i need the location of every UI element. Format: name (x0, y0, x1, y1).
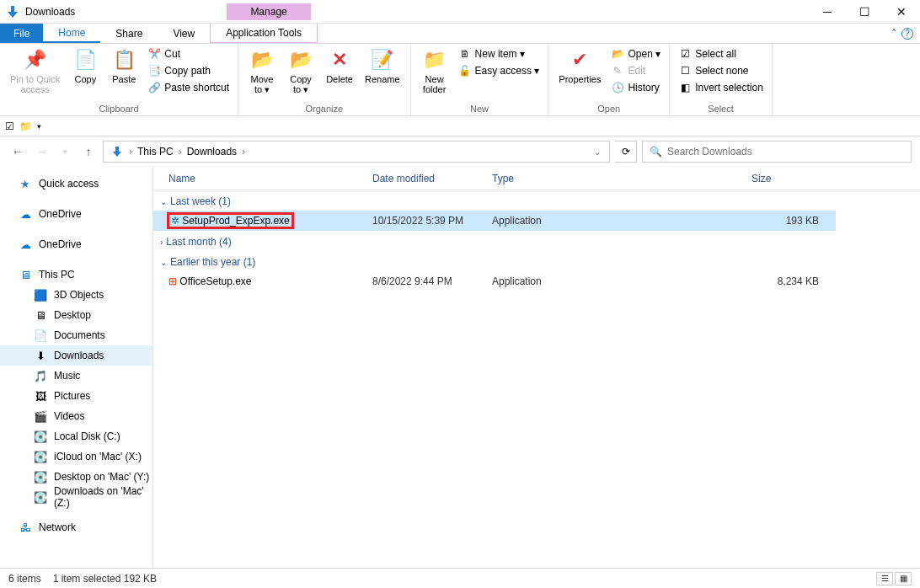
copy-to-button[interactable]: 📂Copy to ▾ (282, 45, 319, 96)
chevron-icon: ⌄ (160, 197, 167, 206)
file-type: Application (492, 275, 752, 287)
crumb-downloads[interactable]: Downloads (184, 146, 240, 158)
star-icon: ★ (19, 177, 32, 190)
nav-item[interactable]: 🟦3D Objects (0, 285, 152, 305)
group-header[interactable]: ›Last month (4) (153, 231, 836, 251)
nav-network[interactable]: 🖧Network (0, 517, 152, 537)
tab-view[interactable]: View (158, 24, 210, 43)
qat-properties-icon[interactable]: ☑ (5, 120, 14, 132)
nav-item[interactable]: 💽Downloads on 'Mac' (Z:) (0, 487, 152, 507)
paste-shortcut-icon: 🔗 (147, 81, 161, 94)
address-bar: ← → ▾ ↑ › This PC › Downloads › ⌄ ⟳ 🔍 (0, 136, 920, 167)
pin-quick-access-button[interactable]: 📌 Pin to Quick access (5, 45, 65, 96)
tab-application-tools[interactable]: Application Tools (210, 24, 318, 43)
paste-shortcut-button[interactable]: 🔗Paste shortcut (144, 79, 233, 96)
nav-onedrive[interactable]: ☁OneDrive (0, 234, 152, 254)
refresh-button[interactable]: ⟳ (615, 141, 637, 163)
cut-icon: ✂️ (147, 47, 161, 61)
file-row[interactable]: ✲ SetupProd_ExpExp.exe10/15/2022 5:39 PM… (153, 211, 836, 231)
file-name: ✲ SetupProd_ExpExp.exe (168, 214, 372, 227)
view-thumbnails-button[interactable]: ▦ (895, 572, 912, 585)
crumb-this-pc[interactable]: This PC (134, 146, 177, 158)
tab-file[interactable]: File (0, 24, 43, 43)
nav-onedrive[interactable]: ☁OneDrive (0, 204, 152, 224)
search-input[interactable]: 🔍 (642, 141, 912, 163)
maximize-button[interactable]: ☐ (846, 0, 883, 24)
file-size: 193 KB (752, 215, 836, 227)
nav-item[interactable]: 📄Documents (0, 325, 152, 345)
view-details-button[interactable]: ☰ (876, 572, 893, 585)
group-label-clipboard: Clipboard (5, 102, 233, 115)
invert-selection-button[interactable]: ◧Invert selection (675, 79, 767, 96)
select-all-button[interactable]: ☑Select all (675, 45, 767, 62)
file-row[interactable]: ⊞ OfficeSetup.exe8/6/2022 9:44 PMApplica… (153, 271, 836, 291)
status-item-count: 6 items (8, 573, 41, 585)
col-header-type[interactable]: Type (492, 173, 752, 184)
nav-item[interactable]: ⬇Downloads (0, 345, 152, 366)
tab-home[interactable]: Home (43, 24, 100, 43)
forward-button[interactable]: → (32, 145, 51, 158)
delete-button[interactable]: ✕Delete (321, 45, 358, 86)
new-folder-button[interactable]: 📁New folder (416, 45, 453, 96)
close-button[interactable]: ✕ (883, 0, 920, 24)
move-to-icon: 📂 (249, 47, 275, 72)
navigation-pane: ★Quick access ☁OneDrive ☁OneDrive 🖥This … (0, 167, 153, 568)
rename-button[interactable]: 📝Rename (360, 45, 405, 86)
nav-item[interactable]: 🖥Desktop (0, 305, 152, 325)
nav-item[interactable]: 💽Desktop on 'Mac' (Y:) (0, 467, 152, 487)
file-name: ⊞ OfficeSetup.exe (168, 275, 372, 287)
history-button[interactable]: 🕓History (607, 79, 664, 96)
col-header-name[interactable]: Name (168, 173, 372, 184)
qat-folder-icon[interactable]: 📁 (19, 120, 32, 132)
tab-share[interactable]: Share (100, 24, 158, 43)
folder-icon: 🟦 (34, 288, 47, 302)
move-to-button[interactable]: 📂Move to ▾ (243, 45, 281, 96)
minimize-button[interactable]: ─ (809, 0, 846, 24)
back-button[interactable]: ← (8, 145, 27, 158)
delete-icon: ✕ (327, 47, 352, 72)
crumb-separator-icon[interactable]: › (127, 146, 134, 158)
status-bar: 6 items 1 item selected 192 KB ☰ ▦ (0, 568, 920, 588)
new-item-button[interactable]: 🗎New item ▾ (455, 45, 543, 62)
nav-item[interactable]: 💽Local Disk (C:) (0, 426, 152, 446)
easy-access-button[interactable]: 🔓Easy access ▾ (455, 62, 543, 79)
col-header-size[interactable]: Size (752, 173, 920, 184)
group-header[interactable]: ⌄Last week (1) (153, 190, 836, 211)
col-header-date[interactable]: Date modified (372, 173, 492, 184)
copy-button[interactable]: 📄 Copy (67, 45, 104, 86)
crumb-separator-icon[interactable]: › (240, 146, 247, 158)
nav-item[interactable]: 🎵Music (0, 366, 152, 386)
contextual-tab-manage[interactable]: Manage (227, 3, 310, 20)
nav-quick-access[interactable]: ★Quick access (0, 174, 152, 194)
recent-dropdown-icon[interactable]: ▾ (56, 147, 74, 156)
chevron-icon: › (160, 238, 163, 247)
collapse-ribbon-icon[interactable]: ˄ (891, 28, 896, 40)
help-icon[interactable]: ? (901, 28, 913, 40)
select-none-button[interactable]: ☐Select none (675, 62, 767, 79)
column-headers: Name Date modified Type Size (153, 167, 920, 190)
folder-icon: 🎵 (34, 369, 47, 382)
search-field[interactable] (667, 146, 904, 158)
search-icon: 🔍 (650, 146, 662, 158)
up-button[interactable]: ↑ (79, 145, 98, 158)
nav-item[interactable]: 💽iCloud on 'Mac' (X:) (0, 446, 152, 467)
cloud-icon: ☁ (19, 207, 32, 221)
group-header[interactable]: ⌄Earlier this year (1) (153, 251, 836, 271)
properties-button[interactable]: ✔Properties (554, 45, 606, 86)
copy-path-button[interactable]: 📑Copy path (144, 62, 233, 79)
paste-button[interactable]: 📋 Paste (105, 45, 142, 86)
address-dropdown-icon[interactable]: ⌄ (594, 147, 606, 157)
crumb-separator-icon[interactable]: › (177, 146, 184, 158)
folder-icon: 🖥 (34, 308, 47, 322)
nav-this-pc[interactable]: 🖥This PC (0, 265, 152, 285)
easy-access-icon: 🔓 (458, 64, 472, 78)
cut-button[interactable]: ✂️Cut (144, 45, 233, 62)
file-type: Application (492, 215, 752, 227)
open-button[interactable]: 📂Open ▾ (607, 45, 664, 62)
nav-item[interactable]: 🖼Pictures (0, 386, 152, 406)
qat-dropdown-icon[interactable]: ▾ (37, 122, 41, 131)
nav-item[interactable]: 🎬Videos (0, 406, 152, 426)
new-item-icon: 🗎 (458, 47, 472, 61)
breadcrumb[interactable]: › This PC › Downloads › ⌄ (103, 141, 610, 163)
edit-button[interactable]: ✎Edit (607, 62, 664, 79)
